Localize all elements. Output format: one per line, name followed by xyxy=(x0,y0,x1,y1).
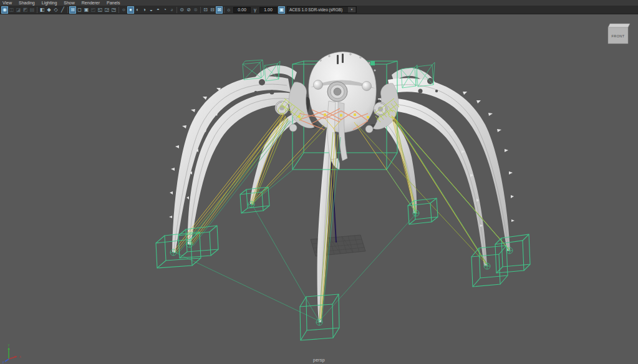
tear-off-copy-icon[interactable]: ⊡ xyxy=(202,6,209,14)
isolate-select-icon[interactable]: ⊙ xyxy=(178,6,185,14)
leg-tip-control-circles[interactable] xyxy=(170,201,513,325)
view-cube-front-label: FRONT xyxy=(612,34,625,38)
shadows-icon[interactable]: ◒ xyxy=(148,6,155,14)
toolbar-group-camera-tools: ◉◫◪◩▤ xyxy=(1,6,36,14)
screen-space-ao-icon[interactable]: ◓ xyxy=(155,6,162,14)
motion-blur-icon[interactable]: ◔ xyxy=(162,6,168,14)
toolbar-group-isolate-tools: ⊙⊘⊗ xyxy=(178,6,199,14)
toolbar-separator xyxy=(118,7,119,13)
panel-toolbar: ◉◫◪◩▤◧◆◇╱⊞◻▣◰◱◲◳○●◐◑◒◓◔◕⊙⊘⊗⊡⊟⊠ ☼ γ ▣ ACE… xyxy=(0,6,638,14)
camera-name-label: persp xyxy=(0,358,638,362)
x-ray-icon[interactable]: ⊘ xyxy=(185,6,192,14)
x-ray-joints-icon[interactable]: ⊗ xyxy=(192,6,199,14)
use-all-lights-icon[interactable]: ◑ xyxy=(141,6,148,14)
panel-menu-bar: ViewShadingLightingShowRendererPanels xyxy=(0,0,638,6)
select-camera-icon[interactable]: ◉ xyxy=(1,6,8,14)
ik-box-mid-right xyxy=(408,198,438,224)
safe-title-icon[interactable]: ◳ xyxy=(110,6,117,14)
toolbar-group-view-tools: ◧◆◇╱ xyxy=(39,6,66,14)
safe-action-icon[interactable]: ◲ xyxy=(104,6,110,14)
toolbar-separator xyxy=(200,7,201,13)
resolution-gate-icon[interactable]: ▣ xyxy=(83,6,90,14)
snapshot-icon[interactable]: ⊟ xyxy=(209,6,216,14)
toolbar-separator xyxy=(176,7,177,13)
chevron-down-icon: ▼ xyxy=(348,7,355,12)
ik-box-far-left-2 xyxy=(178,226,218,258)
anti-alias-icon[interactable]: ◕ xyxy=(168,6,175,14)
toolbar-separator xyxy=(224,7,225,13)
maya-application-window: ViewShadingLightingShowRendererPanels ◉◫… xyxy=(0,0,638,364)
smooth-shade-icon[interactable]: ● xyxy=(127,6,134,14)
menu-item-lighting[interactable]: Lighting xyxy=(42,0,57,6)
y-axis-label: y xyxy=(8,343,10,347)
bookmarks-icon[interactable]: ◩ xyxy=(22,6,29,14)
view-transform-dropdown[interactable]: ACES 1.0 SDR-video (sRGB) ▼ xyxy=(287,6,357,13)
toolbar-group-shading-tools: ○●◐◑◒◓◔◕ xyxy=(120,6,175,14)
toolbar-separator xyxy=(67,7,68,13)
grease-pencil-icon[interactable]: ╱ xyxy=(59,6,66,14)
view-transform-label: ACES 1.0 SDR-video (sRGB) xyxy=(288,7,342,12)
toolbar-group-window-tools: ⊡⊟⊠ xyxy=(202,6,223,14)
exposure-field[interactable] xyxy=(233,7,251,13)
lock-camera-icon[interactable]: ◫ xyxy=(8,6,15,14)
menu-item-shading[interactable]: Shading xyxy=(19,0,35,6)
menu-item-renderer[interactable]: Renderer xyxy=(82,0,100,6)
camera-attributes-icon[interactable]: ◪ xyxy=(15,6,22,14)
exposure-icon[interactable]: ☼ xyxy=(226,7,232,12)
gamma-icon[interactable]: γ xyxy=(252,7,258,12)
image-plane-icon[interactable]: ▤ xyxy=(29,6,36,14)
exposure-toggle-icon[interactable]: ⊠ xyxy=(216,6,223,14)
wireframe-icon[interactable]: ○ xyxy=(120,6,127,14)
viewport-scene: FRONT y x z xyxy=(0,14,638,364)
view-transform-toggle-icon[interactable]: ▣ xyxy=(278,6,285,14)
dolly-camera-icon[interactable]: ◇ xyxy=(52,6,59,14)
perspective-viewport[interactable]: FRONT y x z persp xyxy=(0,14,638,364)
field-chart-icon[interactable]: ◱ xyxy=(97,6,104,14)
gate-mask-icon[interactable]: ◰ xyxy=(90,6,97,14)
grid-icon[interactable]: ⊞ xyxy=(69,6,76,14)
textured-icon[interactable]: ◐ xyxy=(134,6,141,14)
orbit-camera-icon[interactable]: ◆ xyxy=(46,6,52,14)
two-d-pan-zoom-icon[interactable]: ◧ xyxy=(39,6,46,14)
toolbar-separator xyxy=(37,7,37,13)
menu-item-view[interactable]: View xyxy=(2,0,12,6)
view-cube[interactable]: FRONT xyxy=(608,24,630,44)
gamma-field[interactable] xyxy=(259,7,277,13)
menu-item-panels[interactable]: Panels xyxy=(107,0,120,6)
toolbar-group-gate-tools: ⊞◻▣◰◱◲◳ xyxy=(69,6,117,14)
menu-item-show[interactable]: Show xyxy=(64,0,75,6)
film-gate-icon[interactable]: ◻ xyxy=(76,6,83,14)
